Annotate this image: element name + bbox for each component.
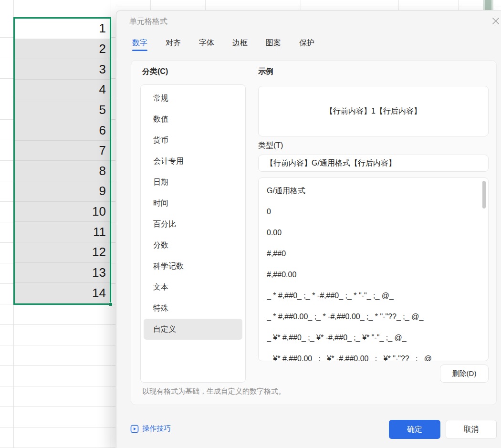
type-label: 类型(T)	[258, 141, 283, 151]
category-item-accounting[interactable]: 会计专用	[141, 151, 245, 172]
top-row-gridline	[115, 7, 501, 7]
operation-tips-label: 操作技巧	[142, 424, 171, 433]
selected-cell[interactable]: 3	[15, 59, 110, 80]
category-item-special[interactable]: 特殊	[141, 298, 245, 319]
example-label: 示例	[258, 67, 273, 77]
type-input[interactable]: 【行前内容】G/通用格式【行后内容】	[258, 155, 489, 172]
format-code-list: G/通用格式 0 0.00 #,##0 #,##0.00 _ * #,##0_ …	[258, 177, 489, 361]
selected-cell[interactable]: 12	[15, 242, 110, 263]
format-code-item[interactable]: _ ¥* #,##0.00_ ;_ ¥* -#,##0.00_ ;_ ¥* "-…	[267, 348, 488, 361]
operation-tips-link[interactable]: 操作技巧	[130, 424, 171, 433]
column-gridline	[301, 0, 301, 10]
format-code-item[interactable]: #,##0	[267, 243, 488, 264]
tab-alignment[interactable]: 对齐	[166, 38, 181, 48]
category-item-text[interactable]: 文本	[141, 277, 245, 298]
category-item-percentage[interactable]: 百分比	[141, 214, 245, 235]
selected-cell[interactable]: 10	[15, 202, 110, 222]
selected-cell[interactable]: 11	[15, 222, 110, 242]
selected-cell[interactable]: 9	[15, 181, 110, 202]
category-item-numeric[interactable]: 数值	[141, 109, 245, 130]
fill-handle[interactable]	[109, 302, 113, 306]
number-tab-panel: 分类(C) 常规 数值 货币 会计专用 日期 时间 百分比 分数 科学记数 文本…	[131, 60, 497, 405]
selected-cell[interactable]: 13	[15, 263, 110, 283]
column-gridline	[398, 0, 399, 10]
play-video-icon	[130, 425, 139, 433]
tab-number[interactable]: 数字	[132, 38, 147, 48]
category-item-general[interactable]: 常规	[141, 88, 245, 109]
close-button[interactable]	[490, 15, 501, 27]
tab-font[interactable]: 字体	[199, 38, 214, 48]
format-detail-column: 示例 【行前内容】1【行后内容】 类型(T) 【行前内容】G/通用格式【行后内容…	[258, 61, 489, 406]
cell-selection-range: 1 2 3 4 5 6 7 8 9 10 11 12 13 14	[13, 17, 111, 305]
format-list-scrollbar[interactable]	[482, 181, 486, 208]
format-code-item[interactable]: 0	[267, 201, 488, 222]
selected-cell[interactable]: 2	[15, 39, 110, 60]
tab-border[interactable]: 边框	[232, 38, 248, 48]
dialog-title: 单元格格式	[129, 17, 167, 27]
active-cell[interactable]: 1	[15, 19, 110, 39]
example-preview-box: 【行前内容】1【行后内容】	[258, 86, 489, 136]
delete-button[interactable]: 删除(D)	[440, 365, 489, 383]
category-label: 分类(C)	[142, 67, 168, 77]
format-code-item[interactable]: 0.00	[267, 222, 488, 243]
selected-cell[interactable]: 7	[15, 141, 110, 161]
ok-button[interactable]: 确定	[389, 420, 440, 439]
category-item-fraction[interactable]: 分数	[141, 235, 245, 256]
column-gridline	[458, 0, 459, 10]
selected-cell[interactable]: 8	[15, 161, 110, 181]
format-code-item[interactable]: _ * #,##0_ ;_ * -#,##0_ ;_ * "-"_ ;_ @_	[267, 285, 488, 306]
format-cells-dialog: 单元格格式 数字 对齐 字体 边框 图案 保护 分类(C) 常规 数值 货币 会…	[116, 10, 501, 448]
format-code-item[interactable]: _ * #,##0.00_ ;_ * -#,##0.00_ ;_ * "-"??…	[267, 306, 488, 327]
selected-cell[interactable]: 14	[15, 283, 110, 303]
scrollbar-thumb[interactable]	[485, 0, 491, 10]
tab-pattern[interactable]: 图案	[266, 38, 281, 48]
sheet-vertical-scrollbar[interactable]	[483, 0, 493, 10]
format-code-item[interactable]: _ ¥* #,##0_ ;_ ¥* -#,##0_ ;_ ¥* "-"_ ;_ …	[267, 327, 488, 348]
category-listbox: 常规 数值 货币 会计专用 日期 时间 百分比 分数 科学记数 文本 特殊 自定…	[140, 84, 246, 383]
selected-cell[interactable]: 4	[15, 80, 110, 100]
column-gridline	[150, 0, 151, 10]
selected-cell[interactable]: 6	[15, 120, 110, 141]
category-item-time[interactable]: 时间	[141, 193, 245, 214]
tab-protection[interactable]: 保护	[299, 38, 314, 48]
format-code-item[interactable]: G/通用格式	[267, 180, 488, 201]
dialog-tabs: 数字 对齐 字体 边框 图案 保护	[132, 38, 314, 48]
close-icon	[491, 17, 500, 25]
example-preview-text: 【行前内容】1【行后内容】	[325, 106, 421, 116]
cancel-button[interactable]: 取消	[446, 420, 497, 439]
category-item-custom-selected[interactable]: 自定义	[144, 319, 242, 340]
column-gridline	[205, 0, 206, 10]
format-code-item[interactable]: #,##0.00	[267, 264, 488, 285]
category-item-currency[interactable]: 货币	[141, 130, 245, 151]
category-item-scientific[interactable]: 科学记数	[141, 256, 245, 277]
selected-cell[interactable]: 5	[15, 100, 110, 121]
custom-format-hint: 以现有格式为基础，生成自定义的数字格式。	[142, 387, 285, 396]
category-item-date[interactable]: 日期	[141, 172, 245, 193]
